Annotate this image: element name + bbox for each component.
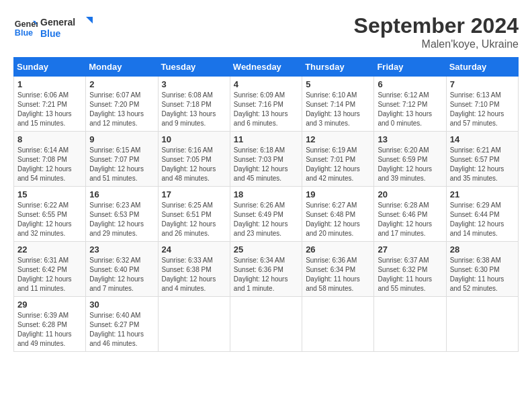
daylight-text: Daylight: 13 hours and 9 minutes. — [162, 110, 216, 127]
daylight-text: Daylight: 12 hours and 32 minutes. — [17, 220, 72, 237]
day-number: 28 — [450, 244, 515, 255]
sunset-text: Sunset: 6:46 PM — [378, 211, 427, 218]
daylight-text: Daylight: 11 hours and 49 minutes. — [17, 330, 72, 347]
weekday-header: Monday — [86, 58, 158, 77]
weekday-header: Sunday — [14, 58, 86, 77]
sunrise-text: Sunrise: 6:06 AM — [17, 91, 69, 99]
day-info: Sunrise: 6:21 AM Sunset: 6:57 PM Dayligh… — [450, 146, 515, 183]
weekday-header: Wednesday — [230, 58, 302, 77]
day-number: 29 — [17, 300, 82, 310]
calendar-day-cell: 10 Sunrise: 6:16 AM Sunset: 7:05 PM Dayl… — [158, 132, 230, 187]
day-number: 1 — [17, 79, 82, 89]
day-info: Sunrise: 6:18 AM Sunset: 7:03 PM Dayligh… — [234, 146, 298, 183]
daylight-text: Daylight: 12 hours and 17 minutes. — [378, 220, 432, 237]
sunrise-text: Sunrise: 6:31 AM — [17, 257, 69, 264]
daylight-text: Daylight: 13 hours and 6 minutes. — [234, 110, 288, 127]
day-info: Sunrise: 6:33 AM Sunset: 6:38 PM Dayligh… — [162, 256, 226, 293]
day-number: 30 — [89, 300, 154, 310]
sunrise-text: Sunrise: 6:20 AM — [378, 146, 429, 154]
sunset-text: Sunset: 6:30 PM — [450, 266, 500, 273]
calendar-day-cell: 29 Sunrise: 6:39 AM Sunset: 6:28 PM Dayl… — [14, 297, 86, 352]
daylight-text: Daylight: 13 hours and 15 minutes. — [17, 110, 72, 127]
day-number: 16 — [89, 189, 154, 199]
calendar-day-cell: 17 Sunrise: 6:25 AM Sunset: 6:51 PM Dayl… — [158, 187, 230, 242]
day-info: Sunrise: 6:12 AM Sunset: 7:12 PM Dayligh… — [378, 91, 442, 128]
day-info: Sunrise: 6:32 AM Sunset: 6:40 PM Dayligh… — [89, 256, 154, 293]
sunset-text: Sunset: 7:20 PM — [89, 101, 139, 108]
day-number: 6 — [378, 79, 442, 89]
daylight-text: Daylight: 12 hours and 14 minutes. — [450, 220, 504, 237]
daylight-text: Daylight: 11 hours and 58 minutes. — [306, 275, 360, 292]
day-number: 2 — [89, 79, 154, 89]
sunrise-text: Sunrise: 6:28 AM — [378, 201, 429, 209]
day-number: 21 — [450, 189, 515, 199]
sunset-text: Sunset: 6:42 PM — [17, 266, 67, 273]
sunset-text: Sunset: 6:38 PM — [162, 266, 212, 273]
day-number: 3 — [162, 79, 226, 89]
day-number: 26 — [306, 244, 370, 255]
day-info: Sunrise: 6:26 AM Sunset: 6:49 PM Dayligh… — [234, 201, 298, 238]
weekday-header: Thursday — [302, 58, 374, 77]
daylight-text: Daylight: 12 hours and 57 minutes. — [450, 110, 504, 127]
svg-text:General: General — [40, 17, 75, 28]
calendar-day-cell — [446, 297, 518, 352]
day-info: Sunrise: 6:40 AM Sunset: 6:27 PM Dayligh… — [89, 311, 154, 349]
day-number: 15 — [17, 189, 82, 199]
daylight-text: Daylight: 11 hours and 46 minutes. — [89, 330, 144, 347]
svg-text:Blue: Blue — [40, 28, 61, 39]
daylight-text: Daylight: 12 hours and 20 minutes. — [306, 220, 360, 237]
sunset-text: Sunset: 7:16 PM — [234, 101, 283, 108]
calendar-day-cell — [158, 297, 230, 352]
daylight-text: Daylight: 12 hours and 39 minutes. — [378, 165, 432, 182]
sunrise-text: Sunrise: 6:09 AM — [234, 91, 285, 99]
month-title: September 2024 — [354, 13, 519, 38]
day-info: Sunrise: 6:14 AM Sunset: 7:08 PM Dayligh… — [17, 146, 82, 183]
sunrise-text: Sunrise: 6:37 AM — [378, 257, 429, 264]
sunrise-text: Sunrise: 6:27 AM — [306, 201, 357, 209]
calendar-day-cell: 14 Sunrise: 6:21 AM Sunset: 6:57 PM Dayl… — [446, 132, 518, 187]
calendar-day-cell: 24 Sunrise: 6:33 AM Sunset: 6:38 PM Dayl… — [158, 242, 230, 297]
day-info: Sunrise: 6:07 AM Sunset: 7:20 PM Dayligh… — [89, 91, 154, 128]
sunset-text: Sunset: 6:57 PM — [450, 156, 500, 163]
calendar-day-cell: 25 Sunrise: 6:34 AM Sunset: 6:36 PM Dayl… — [230, 242, 302, 297]
day-number: 8 — [17, 134, 82, 144]
day-info: Sunrise: 6:25 AM Sunset: 6:51 PM Dayligh… — [162, 201, 226, 238]
calendar-week-row: 15 Sunrise: 6:22 AM Sunset: 6:55 PM Dayl… — [14, 187, 519, 242]
daylight-text: Daylight: 12 hours and 23 minutes. — [234, 220, 288, 237]
daylight-text: Daylight: 12 hours and 51 minutes. — [89, 165, 144, 182]
calendar-day-cell: 19 Sunrise: 6:27 AM Sunset: 6:48 PM Dayl… — [302, 187, 374, 242]
day-info: Sunrise: 6:28 AM Sunset: 6:46 PM Dayligh… — [378, 201, 442, 238]
svg-text:Blue: Blue — [15, 28, 33, 38]
daylight-text: Daylight: 12 hours and 48 minutes. — [162, 165, 216, 182]
sunset-text: Sunset: 7:08 PM — [17, 156, 67, 163]
day-info: Sunrise: 6:36 AM Sunset: 6:34 PM Dayligh… — [306, 256, 370, 293]
day-info: Sunrise: 6:10 AM Sunset: 7:14 PM Dayligh… — [306, 91, 370, 128]
sunrise-text: Sunrise: 6:15 AM — [89, 146, 140, 154]
daylight-text: Daylight: 13 hours and 0 minutes. — [378, 110, 432, 127]
sunrise-text: Sunrise: 6:29 AM — [450, 201, 501, 209]
sunset-text: Sunset: 7:14 PM — [306, 101, 355, 108]
daylight-text: Daylight: 13 hours and 3 minutes. — [306, 110, 360, 127]
calendar-day-cell: 20 Sunrise: 6:28 AM Sunset: 6:46 PM Dayl… — [374, 187, 446, 242]
day-number: 12 — [306, 134, 370, 144]
sunset-text: Sunset: 6:27 PM — [89, 321, 139, 328]
sunset-text: Sunset: 7:18 PM — [162, 101, 212, 108]
calendar-day-cell — [302, 297, 374, 352]
day-number: 23 — [89, 244, 154, 255]
sunrise-text: Sunrise: 6:14 AM — [17, 146, 69, 154]
calendar-day-cell — [374, 297, 446, 352]
calendar-week-row: 29 Sunrise: 6:39 AM Sunset: 6:28 PM Dayl… — [14, 297, 519, 352]
day-number: 4 — [234, 79, 298, 89]
day-info: Sunrise: 6:13 AM Sunset: 7:10 PM Dayligh… — [450, 91, 515, 128]
day-info: Sunrise: 6:23 AM Sunset: 6:53 PM Dayligh… — [89, 201, 154, 238]
sunrise-text: Sunrise: 6:19 AM — [306, 146, 357, 154]
day-info: Sunrise: 6:08 AM Sunset: 7:18 PM Dayligh… — [162, 91, 226, 128]
day-info: Sunrise: 6:29 AM Sunset: 6:44 PM Dayligh… — [450, 201, 515, 238]
sunset-text: Sunset: 6:44 PM — [450, 211, 500, 218]
calendar-day-cell: 15 Sunrise: 6:22 AM Sunset: 6:55 PM Dayl… — [14, 187, 86, 242]
sunrise-text: Sunrise: 6:36 AM — [306, 257, 357, 264]
calendar-day-cell: 1 Sunrise: 6:06 AM Sunset: 7:21 PM Dayli… — [14, 77, 86, 132]
daylight-text: Daylight: 11 hours and 55 minutes. — [378, 275, 432, 292]
calendar-week-row: 8 Sunrise: 6:14 AM Sunset: 7:08 PM Dayli… — [14, 132, 519, 187]
sunrise-text: Sunrise: 6:34 AM — [234, 257, 285, 264]
